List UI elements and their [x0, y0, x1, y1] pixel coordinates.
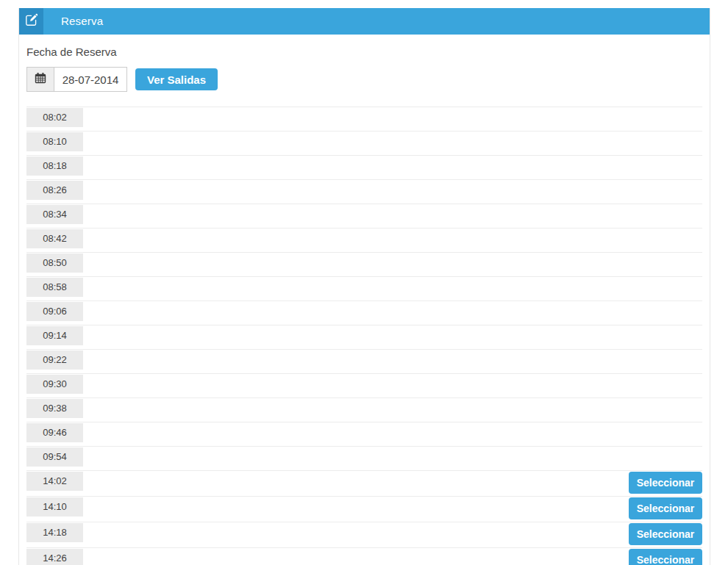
time-slot-row: 14:26 Seleccionar	[26, 547, 702, 565]
time-label: 09:38	[26, 399, 83, 418]
time-slot-row: 09:54	[26, 446, 702, 470]
time-slot-row: 09:38	[26, 397, 702, 422]
time-slot-row: 08:58	[26, 276, 702, 301]
time-label: 08:34	[26, 205, 83, 224]
time-slot-row: 08:10	[26, 131, 702, 155]
time-label: 14:18	[26, 523, 83, 542]
time-slot-row: 09:22	[26, 349, 702, 373]
time-slot-row: 08:50	[26, 252, 702, 276]
date-form-row: Ver Salidas	[26, 67, 702, 92]
panel-body: Fecha de Reserva	[19, 46, 710, 565]
time-label: 14:10	[26, 497, 83, 517]
time-label: 08:58	[26, 278, 83, 297]
departure-times-table: 08:02 08:10 08:18 08:26 08:34 08:42 08:5…	[26, 107, 702, 565]
time-label: 08:26	[26, 181, 83, 200]
time-label: 09:06	[26, 302, 83, 321]
time-slot-row: 09:14	[26, 325, 702, 349]
time-label: 08:18	[26, 156, 83, 176]
date-label: Fecha de Reserva	[26, 46, 702, 58]
select-button[interactable]: Seleccionar	[629, 472, 702, 494]
date-input[interactable]	[54, 67, 127, 92]
date-input-group	[26, 67, 127, 92]
time-slot-row: 08:18	[26, 155, 702, 179]
time-slot-row: 08:26	[26, 179, 702, 204]
select-button[interactable]: Seleccionar	[629, 523, 702, 545]
time-slot-row: 14:02 Seleccionar	[26, 470, 702, 496]
time-label: 08:42	[26, 229, 83, 248]
page: Reserva Fecha de Reserva	[0, 0, 728, 565]
time-label: 14:02	[26, 472, 83, 491]
time-label: 09:14	[26, 326, 83, 345]
time-label: 08:50	[26, 253, 83, 273]
edit-pencil-icon	[25, 13, 38, 29]
time-slot-row: 08:42	[26, 228, 702, 252]
time-slot-row: 09:06	[26, 301, 702, 325]
time-label: 14:26	[26, 549, 83, 565]
time-slot-row: 08:34	[26, 204, 702, 228]
panel-header: Reserva	[19, 8, 710, 35]
time-label: 08:02	[26, 108, 83, 127]
time-label: 08:10	[26, 132, 83, 151]
reserva-panel: Reserva Fecha de Reserva	[18, 8, 710, 565]
time-label: 09:46	[26, 423, 83, 442]
select-button[interactable]: Seleccionar	[629, 549, 702, 565]
time-slot-row: 09:46	[26, 422, 702, 446]
time-slot-row: 09:30	[26, 373, 702, 397]
panel-title: Reserva	[61, 8, 103, 35]
time-label: 09:30	[26, 375, 83, 394]
time-slot-row: 14:18 Seleccionar	[26, 522, 702, 547]
calendar-addon	[26, 67, 54, 92]
time-slot-row: 14:10 Seleccionar	[26, 496, 702, 522]
edit-icon-box	[19, 8, 43, 35]
time-label: 09:22	[26, 350, 83, 370]
calendar-icon	[35, 72, 46, 87]
time-label: 09:54	[26, 447, 83, 467]
select-button[interactable]: Seleccionar	[629, 497, 702, 519]
ver-salidas-button[interactable]: Ver Salidas	[135, 68, 218, 90]
time-slot-row: 08:02	[26, 107, 702, 131]
